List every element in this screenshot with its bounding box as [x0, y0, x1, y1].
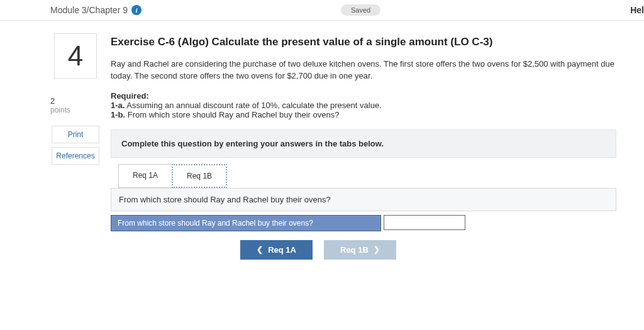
tab-question: From which store should Ray and Rachel b…: [111, 188, 616, 211]
required-block: Required: 1-a. Assuming an annual discou…: [111, 91, 616, 119]
breadcrumb-text: Module 3/Chapter 9: [50, 5, 128, 15]
chevron-right-icon: ❯: [374, 245, 380, 254]
next-button-label: Req 1B: [340, 245, 369, 255]
chevron-left-icon: ❮: [257, 245, 263, 254]
points-label: points: [50, 106, 101, 114]
tabs: Req 1A Req 1B: [118, 164, 616, 188]
page-body: 4 2 points Print References Exercise C-6…: [0, 21, 644, 272]
req-1a-text: Assuming an annual discount rate of 10%,…: [125, 101, 381, 110]
instruction-bar: Complete this question by entering your …: [111, 129, 616, 158]
references-button[interactable]: References: [52, 147, 99, 165]
req-1a-tag: 1-a.: [111, 101, 125, 110]
next-button[interactable]: Req 1B ❯: [324, 240, 396, 260]
saved-indicator: Saved: [341, 4, 380, 16]
help-link[interactable]: Hel: [630, 5, 644, 15]
required-label: Required:: [111, 91, 616, 101]
nav-buttons: ❮ Req 1A Req 1B ❯: [111, 240, 526, 260]
answer-label: From which store should Ray and Rachel b…: [111, 215, 381, 231]
prev-button[interactable]: ❮ Req 1A: [240, 240, 313, 260]
breadcrumb: Module 3/Chapter 9 i: [50, 5, 142, 15]
req-1b-tag: 1-b.: [111, 110, 125, 119]
points-value: 2: [50, 96, 101, 106]
top-bar: Module 3/Chapter 9 i Saved Hel: [0, 0, 644, 21]
required-item-1b: 1-b. From which store should Ray and Rac…: [111, 110, 616, 119]
main-content: Exercise C-6 (Algo) Calculate the presen…: [111, 33, 616, 260]
prev-button-label: Req 1A: [268, 245, 296, 255]
question-number: 4: [54, 33, 97, 79]
req-1b-text: From which store should Ray and Rachel b…: [125, 110, 339, 119]
tab-req-1a[interactable]: Req 1A: [118, 164, 172, 188]
exercise-title: Exercise C-6 (Algo) Calculate the presen…: [111, 36, 616, 48]
sidebar: 4 2 points Print References: [50, 33, 101, 260]
print-button[interactable]: Print: [52, 126, 99, 143]
required-item-1a: 1-a. Assuming an annual discount rate of…: [111, 101, 616, 110]
answer-input[interactable]: [384, 215, 465, 230]
tab-req-1b[interactable]: Req 1B: [172, 164, 227, 188]
answer-row: From which store should Ray and Rachel b…: [111, 215, 616, 231]
points-block: 2 points: [50, 96, 101, 114]
info-icon[interactable]: i: [131, 5, 142, 15]
exercise-prompt: Ray and Rachel are considering the purch…: [111, 58, 616, 82]
